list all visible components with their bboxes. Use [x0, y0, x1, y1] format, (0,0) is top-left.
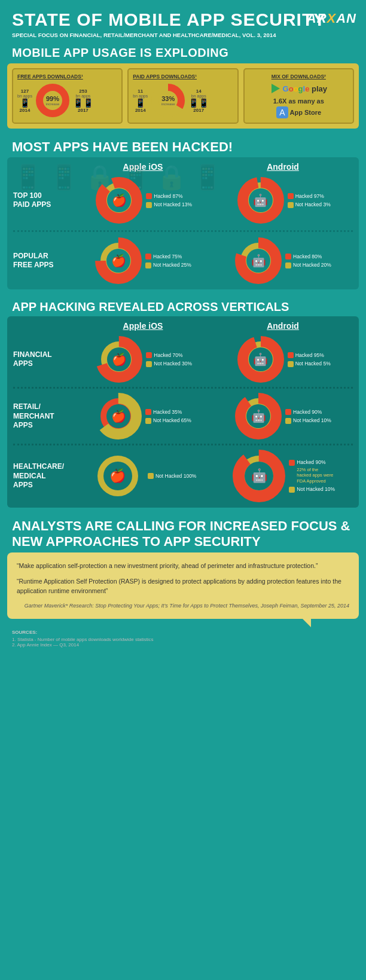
health-android-hacked: Hacked 90% — [289, 459, 335, 467]
free-apps-box: Free Apps Downloads¹ 127 bn apps 📱 2014 — [12, 68, 123, 124]
free-after-unit: bn apps — [75, 94, 90, 98]
svg-marker-5 — [272, 84, 280, 93]
citation: Gartner Maverick* Research: Stop Protect… — [17, 602, 349, 610]
paid-apps-box: Paid Apps Downloads¹ 11 bn apps 📱 2014 3… — [127, 68, 238, 124]
ret-android-not: Not Hacked 10% — [285, 416, 331, 425]
fin-android-hacked: Hacked 95% — [288, 351, 331, 359]
fin-ios-hacked: Hacked 70% — [146, 351, 192, 359]
android-hacked-1: Hacked 97% — [288, 192, 331, 200]
quote-box: “Make application self-protection a new … — [7, 552, 359, 619]
paid-year-before: 2014 — [135, 108, 146, 113]
ios-not-hacked-2: Not Hacked 25% — [145, 261, 191, 269]
quote1: “Make application self-protection a new … — [17, 561, 349, 570]
sources-title: SOURCES: — [12, 630, 354, 635]
popular-free-row: POPULARFREE APPS 🍎 Hacked 75% Not — [13, 237, 353, 285]
android-logo-1: 🤖 — [253, 193, 268, 207]
android-hacked-2: Hacked 80% — [285, 252, 331, 261]
fin-android-not: Not Hacked 5% — [288, 359, 331, 368]
free-after-val: 253 — [79, 88, 87, 94]
ret-android-hacked: Hacked 90% — [285, 408, 331, 416]
fin-ios-not: Not Hacked 30% — [146, 359, 192, 368]
paid-after-unit: bn apps — [191, 94, 206, 98]
section3-title: App Hacking Revealed Across Verticals — [0, 295, 366, 316]
android-not-hacked-2: Not Hacked 20% — [285, 261, 331, 269]
health-ios-not: Not Hacked 100% — [148, 472, 197, 480]
paid-before-unit: bn apps — [133, 94, 148, 98]
arxan-logo: ARXAN — [307, 11, 356, 26]
paid-increase: increase — [161, 102, 175, 106]
source-2: 2. App Annie Index — Q3, 2014 — [12, 642, 354, 648]
ios-not-hacked-1: Not Hacked 13% — [146, 200, 192, 209]
top100-row: TOP 100PAID APPS 🍎 Hacked 87% Not — [13, 176, 353, 224]
source-1: 1. Statista - Number of mobile apps down… — [12, 637, 354, 642]
android-not-hacked-1: Not Hacked 3% — [288, 200, 331, 209]
ios-hacked-1: Hacked 87% — [146, 192, 192, 200]
app-store-text: App Store — [290, 109, 322, 116]
paid-year-after: 2017 — [193, 108, 204, 113]
svg-text:A: A — [279, 108, 285, 117]
paid-before-val: 11 — [138, 88, 143, 94]
free-year-before: 2014 — [20, 108, 30, 113]
paid-apps-label: Paid Apps Downloads¹ — [133, 74, 233, 80]
paid-after-val: 14 — [196, 88, 202, 94]
ret-ios-not: Not Hacked 65% — [145, 416, 191, 425]
retail-row: RETAIL/MERCHANTAPPS 🍎 Hacked 35% Not Hac… — [13, 392, 353, 440]
section2-ios-header: Apple iOS — [73, 162, 213, 172]
page-title: State of Mobile App Security — [12, 10, 354, 29]
section1-title: Mobile App Usage is Exploding — [0, 42, 366, 63]
paid-pct: 33% — [161, 95, 175, 102]
ios-hacked-2: Hacked 75% — [145, 252, 191, 261]
ios-apple-logo-2: 🍎 — [111, 254, 126, 268]
free-pct: 99% — [46, 95, 60, 102]
free-apps-label: Free Apps Downloads¹ — [17, 74, 117, 80]
quote2: “Runtime Application Self Protection (RA… — [17, 576, 349, 596]
healthcare-row: HEALTHCARE/MEDICALAPPS 🍎 Not Hacked 100% — [13, 449, 353, 503]
section2-title: Most Apps Have Been Hacked! — [0, 135, 366, 157]
free-before-unit: bn apps — [17, 94, 32, 98]
mix-multiplier: 1.6X as many as — [273, 97, 324, 105]
section3-android-header: Android — [213, 321, 353, 331]
financial-row: FINANCIALAPPS 🍎 Hacked 70% Not Hacked 30… — [13, 335, 353, 383]
mix-downloads-box: Mix of Downloads² Google play 1.6X as ma… — [243, 68, 354, 124]
subtitle: Special Focus on Financial, Retail/Merch… — [12, 32, 354, 39]
free-year-after: 2017 — [78, 108, 89, 113]
section2-android-header: Android — [213, 162, 353, 172]
ios-apple-logo: 🍎 — [112, 193, 127, 207]
mix-label: Mix of Downloads² — [272, 74, 326, 80]
health-fda-note: 22% of thehacked apps wereFDA Approved — [297, 467, 335, 484]
section4-title: Analysts Are Calling for Increased Focus… — [0, 514, 366, 552]
google-play-text: Google play — [283, 84, 327, 93]
section3-ios-header: Apple iOS — [73, 321, 213, 331]
health-android-not: Not Hacked 10% — [289, 486, 335, 494]
free-increase: increase — [46, 102, 60, 106]
android-logo-2: 🤖 — [251, 254, 266, 268]
free-before-val: 127 — [21, 88, 29, 94]
sources-section: SOURCES: 1. Statista - Number of mobile … — [0, 627, 366, 660]
ret-ios-hacked: Hacked 35% — [145, 408, 191, 416]
